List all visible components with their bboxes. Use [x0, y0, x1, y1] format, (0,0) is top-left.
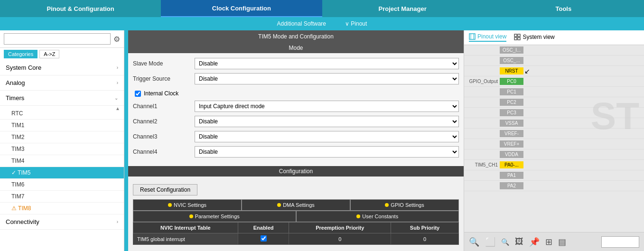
- sidebar-item-tim1[interactable]: TIM1: [0, 120, 124, 131]
- search-input[interactable]: [4, 33, 111, 45]
- scroll-up-icon[interactable]: ▲: [115, 106, 120, 111]
- sidebar-item-tim2[interactable]: TIM2: [0, 131, 124, 143]
- channel4-row: Channel4 Disable: [133, 146, 459, 158]
- nav-clock[interactable]: Clock Configuration: [161, 0, 322, 17]
- sidebar-item-tim3[interactable]: TIM3: [0, 143, 124, 155]
- trigger-source-select[interactable]: Disable: [195, 73, 459, 84]
- grid-icon[interactable]: ⊞: [545, 237, 552, 247]
- pin-row-osc-in: OSC_I...: [464, 45, 644, 56]
- nvic-col-sub: Sub Priority: [391, 223, 459, 233]
- chevron-right-icon: ›: [117, 219, 118, 224]
- slave-mode-select[interactable]: Disable: [195, 58, 459, 69]
- dma-dot: [277, 203, 281, 207]
- internal-clock-checkbox[interactable]: [135, 91, 141, 97]
- pin-name: VREF-: [500, 130, 523, 137]
- sub-nav-pinout[interactable]: ∨ Pinout: [345, 20, 367, 27]
- sidebar-item-tim6[interactable]: TIM6: [0, 179, 124, 191]
- tab-system-view[interactable]: System view: [514, 34, 554, 41]
- mode-section: Slave Mode Disable Trigger Source Disabl…: [128, 53, 464, 166]
- pin-row-pc1: PC1: [464, 87, 644, 97]
- internal-clock-label: Internal Clock: [144, 90, 178, 97]
- pin-row-pa0: TIM5_CH1 PA0-...: [464, 160, 644, 170]
- channel4-select[interactable]: Disable: [195, 146, 459, 158]
- channel2-select[interactable]: Disable: [195, 116, 459, 127]
- sub-nav: Additional Software ∨ Pinout: [0, 17, 644, 30]
- nav-tools[interactable]: Tools: [483, 0, 644, 17]
- nvic-dot: [168, 203, 172, 207]
- reset-config-button[interactable]: Reset Configuration: [133, 184, 197, 195]
- nvic-enabled-checkbox[interactable]: [261, 235, 267, 242]
- tab-gpio-settings[interactable]: GPIO Settings: [350, 199, 459, 211]
- nvic-row-name: TIM5 global interrupt: [133, 233, 238, 245]
- nvic-col-preemption: Preemption Priority: [289, 223, 391, 233]
- system-view-icon: [514, 34, 521, 40]
- sidebar-item-rtc[interactable]: RTC: [0, 108, 124, 120]
- pin-row-pc3: PC3: [464, 108, 644, 118]
- svg-rect-4: [518, 34, 520, 37]
- sidebar-item-label: Analog: [6, 79, 25, 86]
- chevron-right-icon: ›: [117, 65, 118, 70]
- layout-icon[interactable]: ▤: [558, 237, 566, 247]
- sub-nav-additional-software[interactable]: Additional Software: [277, 20, 326, 27]
- tab-dma-settings[interactable]: DMA Settings: [242, 199, 350, 211]
- nvic-row-preemption: 0: [289, 233, 391, 245]
- config-tabs: NVIC Settings DMA Settings GPIO Settings: [133, 199, 459, 222]
- configuration-section-label: Configuration: [128, 166, 464, 177]
- sidebar-item-timers[interactable]: Timers ⌄: [0, 91, 124, 106]
- svg-rect-6: [518, 37, 520, 40]
- channel3-select[interactable]: Disable: [195, 131, 459, 142]
- pin-name: PC3: [500, 109, 523, 116]
- channel1-select[interactable]: Input Capture direct mode: [195, 101, 459, 112]
- gpio-settings-label: GPIO Settings: [391, 202, 424, 208]
- sidebar-item-tim7[interactable]: TIM7: [0, 191, 124, 203]
- sidebar-item-system-core[interactable]: System Core ›: [0, 60, 124, 75]
- user-constants-label: User Constants: [362, 214, 398, 219]
- slave-mode-row: Slave Mode Disable: [133, 58, 459, 69]
- sidebar-item-tim4[interactable]: TIM4: [0, 155, 124, 167]
- sidebar-items: System Core › Analog › Timers ⌄ ▲ RTC TI…: [0, 60, 124, 251]
- channel3-label: Channel3: [133, 133, 195, 140]
- nav-project[interactable]: Project Manager: [322, 0, 483, 17]
- tab-az[interactable]: A->Z: [39, 50, 59, 58]
- export-icon[interactable]: 🖼: [515, 237, 523, 247]
- pinout-view-icon: [469, 33, 476, 40]
- pin-label: TIM5_CH1: [464, 162, 500, 167]
- tab-user-constants[interactable]: User Constants: [296, 211, 459, 222]
- pin-icon[interactable]: 📌: [529, 237, 540, 247]
- user-dot: [356, 214, 360, 218]
- tab-nvic-settings[interactable]: NVIC Settings: [133, 199, 242, 211]
- sidebar-item-analog[interactable]: Analog ›: [0, 75, 124, 91]
- pin-row-vdda: VDDA: [464, 149, 644, 160]
- main-layout: ⚙ Categories A->Z System Core › Analog ›…: [0, 30, 644, 251]
- nav-clock-label: Clock Configuration: [212, 5, 271, 12]
- tab-parameter-settings[interactable]: Parameter Settings: [133, 211, 296, 222]
- zoom-out-icon[interactable]: 🔍: [501, 238, 509, 246]
- panel-title: TIM5 Mode and Configuration: [128, 30, 464, 43]
- config-tabs-row2: Parameter Settings User Constants: [133, 211, 459, 222]
- pin-row-pc0: GPIO_Output PC0: [464, 76, 644, 87]
- gear-icon[interactable]: ⚙: [113, 35, 120, 44]
- zoom-in-icon[interactable]: 🔍: [469, 237, 479, 247]
- channel1-row: Channel1 Input Capture direct mode: [133, 101, 459, 112]
- sidebar-item-tim5[interactable]: ✓ TIM5: [0, 167, 124, 179]
- trigger-source-label: Trigger Source: [133, 75, 195, 82]
- sidebar-tabs: Categories A->Z: [0, 48, 124, 60]
- tab-categories[interactable]: Categories: [4, 50, 37, 58]
- channel3-row: Channel3 Disable: [133, 131, 459, 142]
- sidebar-search-bar: ⚙: [0, 30, 124, 48]
- tab-pinout-view[interactable]: Pinout view: [469, 33, 506, 42]
- nav-pinout[interactable]: Pinout & Configuration: [0, 0, 161, 17]
- pin-row-vrefp: VREF+: [464, 139, 644, 149]
- channel4-label: Channel4: [133, 149, 195, 155]
- nvic-row-sub: 0: [391, 233, 459, 245]
- pin-row-pc2: PC2: [464, 97, 644, 108]
- search-input[interactable]: [601, 236, 639, 248]
- svg-rect-3: [514, 34, 517, 37]
- pin-name: PA1: [500, 172, 523, 179]
- pin-label: GPIO_Output: [464, 79, 500, 84]
- sidebar-item-tim8[interactable]: ⚠ TIM8: [0, 203, 124, 214]
- pin-name: PC2: [500, 99, 523, 106]
- chevron-down-icon: ⌄: [114, 95, 118, 101]
- fit-icon[interactable]: ⬜: [485, 237, 495, 247]
- sidebar-item-connectivity[interactable]: Connectivity ›: [0, 214, 124, 230]
